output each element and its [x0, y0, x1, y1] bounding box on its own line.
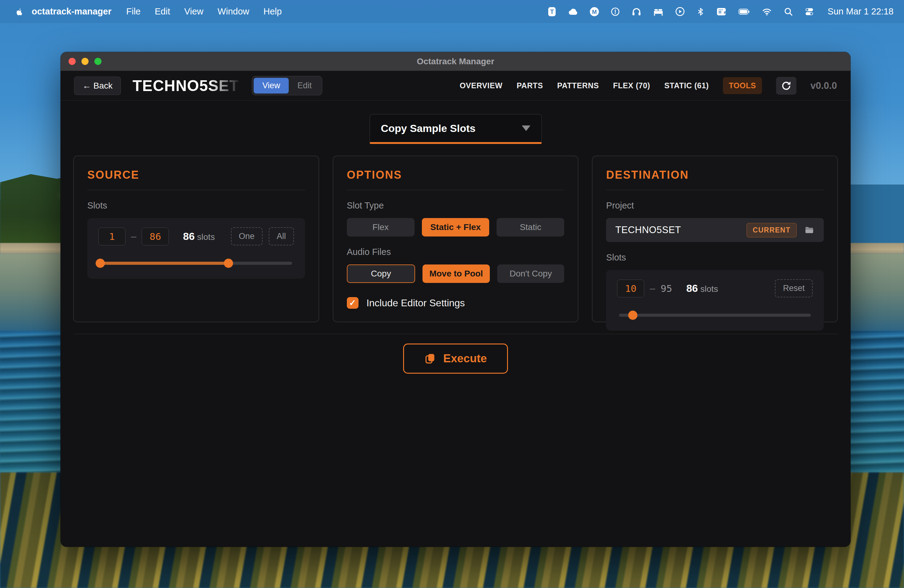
destination-range-slider[interactable]: [619, 310, 811, 320]
nav-patterns[interactable]: PATTERNS: [557, 81, 599, 90]
audio-files-group: Copy Move to Pool Don't Copy: [347, 264, 564, 283]
nav-static[interactable]: STATIC (61): [664, 81, 709, 90]
refresh-icon: [781, 81, 792, 91]
destination-from-input[interactable]: 10: [617, 280, 644, 297]
audio-copy-button[interactable]: Copy: [347, 264, 416, 283]
refresh-button[interactable]: [776, 77, 797, 95]
zoom-window-button[interactable]: [95, 58, 101, 65]
bed-icon[interactable]: [653, 6, 664, 17]
tool-select-dropdown[interactable]: Copy Sample Slots: [370, 114, 542, 144]
destination-project-field[interactable]: TECHNO5SET CURRENT: [606, 218, 824, 242]
slider-handle-low[interactable]: [96, 259, 105, 268]
svg-text:M: M: [592, 8, 597, 15]
all-button[interactable]: All: [269, 227, 294, 245]
nav-flex[interactable]: FLEX (70): [613, 81, 650, 90]
time-machine-icon[interactable]: [610, 7, 620, 17]
slot-type-static-button[interactable]: Static: [496, 218, 564, 237]
svg-text:T: T: [550, 8, 553, 15]
control-center-icon[interactable]: [804, 7, 814, 17]
menu-view[interactable]: View: [184, 6, 203, 17]
source-to-input[interactable]: 86: [142, 228, 169, 245]
execute-row: Execute: [60, 343, 850, 374]
play-circle-icon[interactable]: [675, 6, 685, 17]
destination-to-value: 95: [661, 283, 672, 294]
wifi-icon[interactable]: [761, 7, 773, 17]
header-nav: OVERVIEW PARTS PATTERNS FLEX (70) STATIC…: [460, 77, 837, 95]
view-toggle-button[interactable]: View: [254, 78, 289, 93]
slot-type-static-flex-button[interactable]: Static + Flex: [422, 218, 490, 237]
app-header: ← Back TECHNO5SET View Edit OVERVIEW PAR…: [60, 71, 850, 101]
destination-count-suffix: slots: [700, 284, 718, 294]
menubar-clock[interactable]: Sun Mar 1 22:18: [828, 6, 893, 17]
execute-button[interactable]: Execute: [403, 343, 508, 374]
source-slots-card: 1 – 86 86slots One All: [87, 218, 305, 279]
panels-row: SOURCE Slots 1 – 86 86slots One All: [60, 144, 850, 322]
bluetooth-icon[interactable]: [696, 7, 705, 17]
slot-type-flex-button[interactable]: Flex: [347, 218, 414, 237]
svg-text:#: #: [723, 10, 726, 14]
destination-count-number: 86: [686, 282, 698, 294]
tools-page-content: Copy Sample Slots SOURCE Slots 1 – 86 86…: [60, 114, 850, 374]
destination-range-row: 10 – 95 86slots Reset: [617, 279, 813, 297]
source-count-suffix: slots: [197, 232, 215, 242]
nav-tools[interactable]: TOOLS: [723, 77, 762, 94]
audio-move-to-pool-button[interactable]: Move to Pool: [422, 264, 490, 283]
app-version: v0.0.0: [811, 80, 837, 91]
include-editor-settings-checkbox[interactable]: ✓: [347, 297, 359, 309]
include-editor-settings-row: ✓ Include Editor Settings: [347, 297, 564, 309]
destination-slots-label: Slots: [606, 253, 824, 262]
source-range-slider[interactable]: [100, 258, 292, 268]
range-dash: –: [131, 231, 136, 242]
source-from-input[interactable]: 1: [98, 228, 125, 245]
menu-bar: octatrack-manager File Edit View Window …: [0, 0, 904, 23]
menubar-status-icons: T M # Sun Mar 1 22:18: [547, 6, 893, 17]
apple-menu-icon[interactable]: [15, 7, 23, 17]
one-button[interactable]: One: [231, 227, 262, 245]
options-heading: OPTIONS: [347, 169, 564, 182]
audio-files-label: Audio Files: [347, 247, 564, 257]
battery-icon[interactable]: [738, 6, 750, 17]
destination-heading: DESTINATION: [606, 169, 824, 182]
t-app-icon[interactable]: T: [547, 7, 557, 17]
copy-icon: [424, 353, 436, 364]
menu-edit[interactable]: Edit: [155, 6, 170, 17]
menu-help[interactable]: Help: [264, 6, 282, 17]
slider-fill: [100, 262, 228, 265]
window-title: Octatrack Manager: [417, 57, 494, 66]
source-range-row: 1 – 86 86slots One All: [98, 227, 294, 245]
window-titlebar[interactable]: Octatrack Manager: [60, 52, 850, 71]
chevron-down-icon: [522, 125, 530, 131]
destination-slot-count: 86slots: [686, 282, 718, 294]
menu-file[interactable]: File: [126, 6, 141, 17]
cloud-icon[interactable]: [568, 6, 578, 17]
slider-track[interactable]: [619, 314, 811, 317]
source-count-number: 86: [183, 230, 194, 242]
edit-toggle-button[interactable]: Edit: [289, 78, 321, 93]
window-controls: [69, 52, 101, 71]
nav-overview[interactable]: OVERVIEW: [460, 81, 503, 90]
source-heading: SOURCE: [87, 169, 305, 182]
source-panel: SOURCE Slots 1 – 86 86slots One All: [73, 156, 319, 322]
keyboard-icon[interactable]: #: [716, 6, 727, 17]
include-editor-settings-label: Include Editor Settings: [367, 297, 465, 309]
slider-handle[interactable]: [628, 311, 637, 320]
folder-icon[interactable]: [804, 225, 814, 235]
menu-window[interactable]: Window: [218, 6, 250, 17]
execute-label: Execute: [443, 352, 487, 365]
spotlight-search-icon[interactable]: [784, 7, 793, 17]
destination-slots-card: 10 – 95 86slots Reset: [606, 270, 824, 330]
slot-type-group: Flex Static + Flex Static: [347, 218, 564, 237]
m-circle-icon[interactable]: M: [589, 7, 599, 17]
current-project-badge: CURRENT: [747, 223, 797, 237]
headphones-icon[interactable]: [631, 6, 642, 17]
menubar-app-name[interactable]: octatrack-manager: [32, 6, 112, 17]
audio-dont-copy-button[interactable]: Don't Copy: [497, 264, 564, 283]
slider-handle-high[interactable]: [224, 259, 233, 268]
minimize-window-button[interactable]: [82, 58, 89, 65]
back-button[interactable]: ← Back: [74, 77, 121, 95]
destination-panel: DESTINATION Project TECHNO5SET CURRENT S…: [592, 156, 838, 322]
close-window-button[interactable]: [69, 58, 76, 65]
reset-button[interactable]: Reset: [775, 279, 813, 297]
source-slots-label: Slots: [87, 201, 305, 211]
nav-parts[interactable]: PARTS: [517, 81, 543, 90]
